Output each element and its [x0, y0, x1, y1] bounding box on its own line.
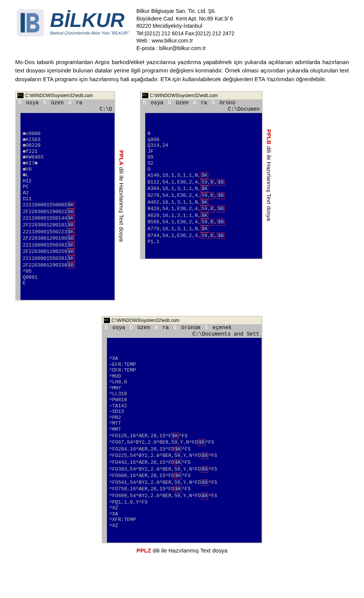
pplz-section: C:\WINDOWS\system32\edit.com DosyaDüzenA…	[15, 316, 349, 554]
pplz-editor: C:\WINDOWS\system32\edit.com DosyaDüzenA…	[102, 316, 262, 543]
pplb-label: PPLB dili ile Hazırlanmış Text dosya	[266, 129, 272, 221]
editor-body: N q808 Q314,24 JF D9 S2 O A146,16,1,3,1,…	[141, 113, 262, 259]
pplz-label: PPLZ dili ile Hazırlanmış Text dosya	[136, 547, 228, 554]
editor-body: ^XA ~EFR:TEMP ^DFR:TEMP ^MUD ^LH0,0 ^MNY…	[102, 338, 262, 543]
company-line: E-posta : bilkur@bilkur.com.tr	[136, 45, 349, 52]
editor-body: ☻c0000 ☻KI503 ☻O0220 ☻f221 ☻KW0403 ☻KI7☻…	[16, 113, 115, 300]
ppla-group: C:\WINDOWS\system32\edit.com DosyaDüzenA…	[15, 91, 125, 301]
brand-tagline: Barkod Çözümlerinde Aklın Yolu "BİLKUR"	[50, 31, 129, 35]
svg-rect-1	[20, 13, 25, 32]
main-paragraph: Ms-Dos tabanlı programlardan Argox barko…	[15, 58, 349, 84]
cmd-icon	[142, 93, 148, 98]
company-line: Tel:(0212) 212 6014 Fax:(0212) 212 2472	[136, 30, 349, 38]
ppla-label: PPLA dili ile Hazırlanmış Text dosya	[118, 150, 125, 242]
titlebar: C:\WINDOWS\system32\edit.com	[16, 92, 115, 99]
company-line: Web : www.bilkur.com.tr	[136, 37, 349, 45]
header: BİLKUR Barkod Çözümlerinde Aklın Yolu "B…	[15, 8, 349, 52]
ppla-editor: C:\WINDOWS\system32\edit.com DosyaDüzenA…	[15, 91, 115, 301]
pathbar: C:\Documents and Sett	[102, 331, 262, 338]
menubar: DosyaDüzenAraGörünümSeçenek	[102, 324, 262, 331]
company-line: Büyükdere Cad. Kent Apt. No:89 Kat:3/ 6	[136, 15, 349, 23]
middle-row: C:\WINDOWS\system32\edit.com DosyaDüzenA…	[15, 91, 349, 301]
window-title: C:\WINDOWS\system32\edit.com	[25, 93, 93, 98]
menubar: DosyaDüzenAraGörünü	[141, 99, 262, 106]
titlebar: C:\WINDOWS\system32\edit.com	[141, 92, 262, 99]
document-page: BİLKUR Barkod Çözümlerinde Aklın Yolu "B…	[0, 0, 364, 561]
logo: BİLKUR Barkod Çözümlerinde Aklın Yolu "B…	[15, 8, 129, 38]
company-info: Bilkur Bilgisayar San. Tic. Ltd. Şti. Bü…	[136, 8, 349, 52]
pplb-editor: C:\WINDOWS\system32\edit.com DosyaDüzenA…	[140, 91, 263, 259]
logo-text: BİLKUR Barkod Çözümlerinde Aklın Yolu "B…	[50, 10, 129, 35]
company-line: Bilkur Bilgisayar San. Tic. Ltd. Şti.	[136, 8, 349, 15]
pplb-group: C:\WINDOWS\system32\edit.com DosyaDüzenA…	[140, 91, 272, 259]
cmd-icon	[104, 318, 110, 323]
window-title: C:\WINDOWS\system32\edit.com	[111, 318, 179, 323]
pathbar: C:\Documen	[141, 106, 262, 113]
window-title: C:\WINDOWS\system32\edit.com	[150, 93, 218, 98]
pathbar: C:\D	[16, 106, 115, 113]
brand-name: BİLKUR	[50, 10, 129, 30]
company-line: 80220 Mecidiyeköy-İstanbul	[136, 22, 349, 30]
cmd-icon	[17, 93, 24, 98]
titlebar: C:\WINDOWS\system32\edit.com	[102, 317, 262, 324]
menubar: DosyaDüzenAra	[16, 99, 115, 106]
bilkur-logo-icon	[15, 8, 46, 38]
